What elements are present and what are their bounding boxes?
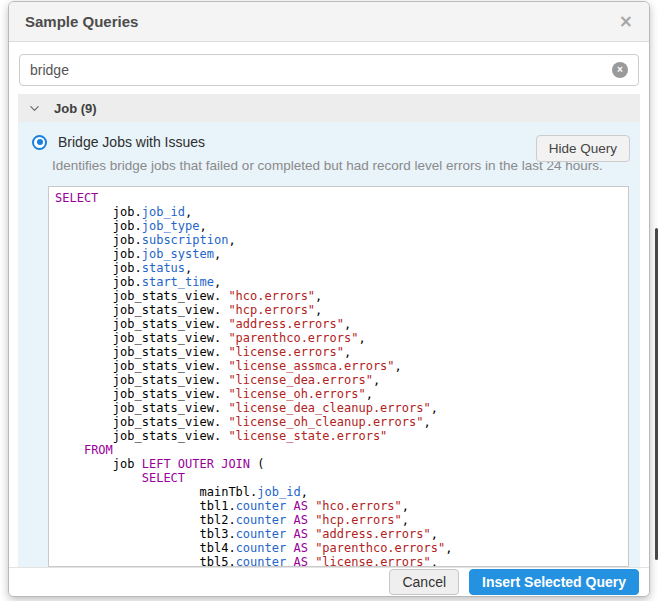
code-line: job_stats_view. "hco.errors", xyxy=(55,289,622,303)
code-line: job_stats_view. "hcp.errors", xyxy=(55,303,622,317)
code-line: job.job_id, xyxy=(55,205,622,219)
close-icon[interactable]: × xyxy=(619,13,633,30)
code-line: SELECT xyxy=(55,471,622,485)
code-line: tbl2.counter AS "hcp.errors", xyxy=(55,513,622,527)
code-line: job.job_type, xyxy=(55,219,622,233)
search-input[interactable] xyxy=(19,54,639,86)
code-line: job_stats_view. "license_dea_cleanup.err… xyxy=(55,401,622,415)
code-line: mainTbl.job_id, xyxy=(55,485,622,499)
code-line: tbl4.counter AS "parenthco.errors", xyxy=(55,541,622,555)
clear-search-icon[interactable]: × xyxy=(612,62,628,78)
code-line: job_stats_view. "parenthco.errors", xyxy=(55,331,622,345)
code-line: job_stats_view. "license_assmca.errors", xyxy=(55,359,622,373)
dialog-footer: Cancel Insert Selected Query xyxy=(9,567,649,596)
radio-selected-icon[interactable] xyxy=(32,135,47,150)
dialog-content: Job (9) Bridge Jobs with Issues Identifi… xyxy=(18,94,640,567)
code-line: tbl1.counter AS "hco.errors", xyxy=(55,499,622,513)
sql-code[interactable]: SELECT job.job_id, job.job_type, job.sub… xyxy=(48,186,629,567)
code-line: job.start_time, xyxy=(55,275,622,289)
dialog-title: Sample Queries xyxy=(25,13,138,30)
code-line: job_stats_view. "license_oh.errors", xyxy=(55,387,622,401)
search-container: × xyxy=(19,54,639,86)
query-title: Bridge Jobs with Issues xyxy=(58,134,205,150)
code-line: FROM xyxy=(55,443,622,457)
code-line: job LEFT OUTER JOIN ( xyxy=(55,457,622,471)
code-line: tbl5.counter AS "license.errors", xyxy=(55,555,622,567)
section-header-job[interactable]: Job (9) xyxy=(18,94,640,122)
code-line: job_stats_view. "license.errors", xyxy=(55,345,622,359)
cancel-button[interactable]: Cancel xyxy=(389,569,459,595)
code-line: job.subscription, xyxy=(55,233,622,247)
code-line: job_stats_view. "license_dea.errors", xyxy=(55,373,622,387)
selected-query-item: Bridge Jobs with Issues Identifies bridg… xyxy=(18,122,640,567)
sample-queries-dialog: Sample Queries × × Job (9) Bridge Jobs w… xyxy=(8,1,650,597)
code-line: job_stats_view. "license_oh_cleanup.erro… xyxy=(55,415,622,429)
section-label: Job (9) xyxy=(54,101,97,116)
hide-query-button[interactable]: Hide Query xyxy=(536,135,630,162)
code-line: job_stats_view. "license_state.errors" xyxy=(55,429,622,443)
code-line: tbl3.counter AS "address.errors", xyxy=(55,527,622,541)
code-line: job.status, xyxy=(55,261,622,275)
code-line: job.job_system, xyxy=(55,247,622,261)
dialog-header: Sample Queries × xyxy=(9,2,649,42)
code-line: SELECT xyxy=(55,191,622,205)
page: Sample Queries × × Job (9) Bridge Jobs w… xyxy=(0,0,658,601)
insert-selected-query-button[interactable]: Insert Selected Query xyxy=(469,569,639,595)
code-line: job_stats_view. "address.errors", xyxy=(55,317,622,331)
chevron-down-icon xyxy=(29,103,40,114)
